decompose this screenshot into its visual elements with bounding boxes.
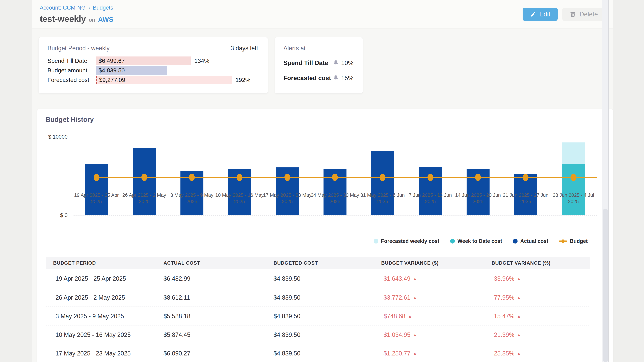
budget-period-card: Budget Period - weekly 3 days left Spend… bbox=[38, 37, 268, 93]
delete-button[interactable]: Delete bbox=[562, 8, 605, 21]
triangle-up-icon: ▲ bbox=[517, 351, 521, 356]
legend-line-icon bbox=[559, 241, 567, 242]
triangle-up-icon: ▲ bbox=[413, 333, 417, 337]
on-label: on bbox=[89, 17, 95, 23]
chart-x-label: 26 Apr 2025 - 2 May 2025 bbox=[120, 192, 168, 205]
variance-value: $3,772.61 bbox=[384, 288, 410, 307]
pencil-icon bbox=[530, 11, 536, 17]
table-column-header: BUDGET PERIOD bbox=[53, 257, 96, 269]
alert-threshold-value: 10% bbox=[341, 59, 354, 66]
breadcrumb-account-link[interactable]: Account: CCM-NG bbox=[40, 4, 86, 11]
breadcrumb-budgets-link[interactable]: Budgets bbox=[93, 4, 113, 11]
cell-budget-variance-pct: 15.47%▲ bbox=[494, 307, 521, 326]
legend-label: Actual cost bbox=[520, 238, 548, 244]
budget-period-bar-value: $6,499.67 bbox=[96, 57, 125, 64]
cell-budgeted-cost: $4,839.50 bbox=[274, 288, 300, 307]
budget-line-marker bbox=[142, 174, 147, 181]
chart-x-label: 21 Jun 2025 - 27 Jun 2025 bbox=[501, 192, 550, 205]
alert-row-label: Forecasted cost bbox=[284, 75, 331, 82]
alert-threshold-value: 15% bbox=[341, 75, 354, 82]
chart-x-label: 28 Jun 2025 - 4 Jul 2025 bbox=[549, 192, 598, 205]
scrollbar-edge bbox=[608, 0, 609, 362]
cell-budget-variance-usd: $3,772.61▲ bbox=[384, 288, 417, 307]
budget-line-marker bbox=[189, 174, 195, 181]
budget-period-card-title: Budget Period - weekly bbox=[48, 45, 110, 52]
cell-actual-cost: $5,874.45 bbox=[164, 326, 190, 344]
triangle-up-icon: ▲ bbox=[517, 296, 521, 300]
cell-budget-variance-pct: 25.85%▲ bbox=[494, 344, 521, 362]
budget-period-row-budget: Budget amount$4,839.50 bbox=[39, 66, 268, 75]
main-panel: Account: CCM-NG › Budgets test-weekly on… bbox=[32, 0, 613, 362]
top-bar: Account: CCM-NG › Budgets test-weekly on… bbox=[32, 0, 613, 28]
table-body: 19 Apr 2025 - 25 Apr 2025$6,482.99$4,839… bbox=[46, 269, 590, 362]
triangle-up-icon: ▲ bbox=[517, 277, 521, 281]
vertical-scrollbar bbox=[602, 0, 609, 362]
cell-budget-period: 17 May 2025 - 23 May 2025 bbox=[56, 344, 131, 362]
cell-budget-variance-usd: $1,250.77▲ bbox=[384, 344, 417, 362]
budget-line-marker bbox=[237, 174, 242, 181]
variance-value: $748.68 bbox=[384, 307, 405, 326]
y-axis-tick-zero: $ 0 bbox=[38, 212, 68, 218]
budget-history-table: BUDGET PERIODACTUAL COSTBUDGETED COSTBUD… bbox=[46, 257, 590, 362]
cell-budgeted-cost: $4,839.50 bbox=[274, 269, 300, 288]
table-column-header: BUDGET VARIANCE (%) bbox=[492, 257, 550, 269]
budget-line-marker bbox=[475, 174, 481, 181]
alert-row: Spend Till Date10% bbox=[284, 57, 354, 69]
alert-row-right: 15% bbox=[333, 75, 354, 82]
chevron-right-icon: › bbox=[88, 4, 90, 11]
table-row: 19 Apr 2025 - 25 Apr 2025$6,482.99$4,839… bbox=[46, 269, 590, 288]
legend-item-actual-cost: Actual cost bbox=[513, 238, 548, 244]
cell-budget-variance-usd: $748.68▲ bbox=[384, 307, 412, 326]
budget-history-title: Budget History bbox=[46, 116, 94, 123]
cell-budgeted-cost: $4,839.50 bbox=[274, 326, 300, 344]
budget-period-row-label: Forecasted cost bbox=[48, 77, 89, 83]
cell-budget-variance-usd: $1,643.49▲ bbox=[384, 269, 417, 288]
budget-line-marker bbox=[94, 174, 99, 181]
legend-label: Forecasted weekly cost bbox=[381, 238, 440, 244]
chart-legend: Forecasted weekly costWeek to Date costA… bbox=[374, 238, 588, 244]
title-row: test-weekly on AWS bbox=[40, 14, 113, 24]
chart-bar-week-to-date bbox=[562, 164, 585, 215]
cell-budget-period: 3 May 2025 - 9 May 2025 bbox=[56, 307, 124, 326]
budget-period-bar-percent: 134% bbox=[194, 57, 210, 64]
variance-value: 25.85% bbox=[494, 344, 514, 362]
cell-budget-variance-pct: 33.96%▲ bbox=[494, 269, 521, 288]
cell-budget-period: 26 Apr 2025 - 2 May 2025 bbox=[56, 288, 125, 307]
cell-budget-period: 19 Apr 2025 - 25 Apr 2025 bbox=[56, 269, 126, 288]
variance-value: 21.39% bbox=[494, 326, 514, 344]
budget-period-bar-budget: $4,839.50 bbox=[96, 66, 167, 75]
cell-budget-period: 10 May 2025 - 16 May 2025 bbox=[56, 326, 131, 344]
chart-x-label: 3 May 2025 - 9 May 2025 bbox=[168, 192, 216, 205]
cell-budget-variance-pct: 77.95%▲ bbox=[494, 288, 521, 307]
budget-period-bar-forecast: $9,277.09 bbox=[96, 76, 232, 84]
budget-line-marker bbox=[570, 174, 576, 181]
budget-period-row-forecast: Forecasted cost$9,277.09192% bbox=[39, 76, 268, 84]
alert-row: Forecasted cost15% bbox=[284, 72, 354, 84]
triangle-up-icon: ▲ bbox=[517, 333, 521, 337]
chart-bar-actual-cost bbox=[85, 164, 108, 215]
scrollbar-thumb[interactable] bbox=[603, 209, 608, 362]
table-column-header: BUDGET VARIANCE ($) bbox=[381, 257, 438, 269]
chart-bar-actual-cost bbox=[133, 148, 156, 215]
budget-detail-screen: Account: CCM-NG › Budgets test-weekly on… bbox=[0, 0, 644, 362]
legend-diamond-icon bbox=[561, 239, 565, 243]
edit-button[interactable]: Edit bbox=[522, 8, 558, 21]
cell-actual-cost: $8,612.11 bbox=[164, 288, 190, 307]
budget-line bbox=[96, 177, 597, 178]
legend-dot-icon bbox=[374, 239, 378, 244]
table-row: 10 May 2025 - 16 May 2025$5,874.45$4,839… bbox=[46, 325, 590, 344]
table-column-header: ACTUAL COST bbox=[164, 257, 200, 269]
table-row: 26 Apr 2025 - 2 May 2025$8,612.11$4,839.… bbox=[46, 288, 590, 307]
variance-value: 15.47% bbox=[494, 307, 514, 326]
budget-period-row-label: Budget amount bbox=[48, 67, 87, 74]
breadcrumb: Account: CCM-NG › Budgets bbox=[40, 4, 113, 11]
legend-item-forecasted-weekly-cost: Forecasted weekly cost bbox=[374, 238, 440, 244]
legend-dot-icon bbox=[513, 239, 518, 244]
content-area: Budget Period - weekly 3 days left Spend… bbox=[32, 29, 613, 362]
bell-icon bbox=[333, 60, 339, 66]
legend-label: Week to Date cost bbox=[458, 238, 502, 244]
cell-budgeted-cost: $4,839.50 bbox=[274, 307, 300, 326]
budget-period-barwrap: $9,277.09192% bbox=[96, 76, 250, 84]
bell-icon bbox=[333, 75, 339, 81]
table-column-header: BUDGETED COST bbox=[274, 257, 318, 269]
